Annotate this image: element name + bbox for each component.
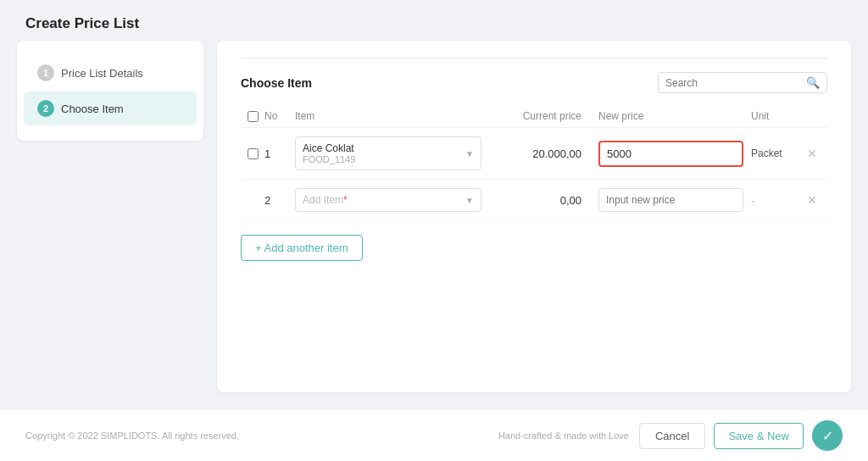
items-table: No Item Current price New price Unit 1	[241, 105, 827, 221]
add-item-label: + Add another item	[255, 242, 348, 254]
sidebar-label-1: Price List Details	[61, 67, 143, 80]
sidebar: 1 Price List Details 2 Choose Item	[17, 41, 203, 141]
row2-remove-cell[interactable]: ✕	[802, 192, 827, 208]
row1-item-info: Aice Coklat FOOD_1149	[303, 142, 457, 164]
row1-new-price-input[interactable]	[598, 141, 743, 167]
row1-new-price-cell[interactable]	[598, 141, 751, 167]
form-panel: Choose Item 🔍 No Item Current price New …	[217, 41, 851, 392]
section-title: Choose Item	[241, 76, 312, 90]
search-icon: 🔍	[806, 76, 820, 89]
header-new-price: New price	[598, 110, 751, 122]
row1-chevron-icon: ▼	[465, 149, 474, 158]
search-box[interactable]: 🔍	[658, 72, 827, 93]
row1-current-price: 20.000,00	[481, 147, 598, 160]
row2-remove-button[interactable]: ✕	[802, 192, 822, 208]
row1-unit: Packet	[751, 147, 802, 159]
table-row: 2 Add Item* ▼ 0,00 -	[241, 180, 827, 221]
cancel-button[interactable]: Cancel	[639, 423, 705, 449]
sidebar-item-choose-item[interactable]: 2 Choose Item	[24, 92, 197, 125]
footer-right: Hand-crafted & made with Love Cancel Sav…	[498, 420, 843, 451]
row2-unit: -	[751, 194, 802, 207]
row2-new-price-input[interactable]	[598, 188, 743, 212]
row1-remove-button[interactable]: ✕	[802, 145, 822, 162]
row2-current-price: 0,00	[481, 194, 598, 207]
row1-item-select-wrapper[interactable]: Aice Coklat FOOD_1149 ▼	[295, 136, 481, 170]
section-header: Choose Item 🔍	[241, 72, 827, 93]
search-input[interactable]	[665, 77, 801, 89]
footer: Copyright © 2022 SIMPLIDOTS. All rights …	[0, 409, 868, 461]
copyright-text: Copyright © 2022 SIMPLIDOTS. All rights …	[25, 430, 239, 441]
save-new-button[interactable]: Save & New	[714, 423, 804, 449]
row2-chevron-icon: ▼	[465, 196, 474, 205]
green-button-icon: ✓	[822, 428, 833, 444]
row2-item-select-wrapper[interactable]: Add Item* ▼	[295, 188, 481, 212]
table-header: No Item Current price New price Unit	[241, 105, 827, 128]
row1-item-name: Aice Coklat	[303, 142, 457, 154]
row2-no: 2	[264, 194, 295, 207]
row1-checkbox-cell	[241, 148, 264, 159]
green-action-button[interactable]: ✓	[812, 420, 843, 451]
row1-item-select[interactable]: Aice Coklat FOOD_1149 ▼	[295, 136, 481, 170]
footer-actions: Cancel Save & New ✓	[639, 420, 843, 451]
row1-remove-cell[interactable]: ✕	[802, 145, 827, 162]
row2-new-price-cell[interactable]	[598, 188, 751, 212]
header-unit: Unit	[751, 110, 802, 122]
row1-item-code: FOOD_1149	[303, 154, 457, 164]
step-number-1: 1	[37, 64, 54, 81]
header-item: Item	[295, 110, 481, 122]
header-current-price: Current price	[481, 110, 598, 122]
sidebar-label-2: Choose Item	[61, 103, 124, 115]
page-title: Create Price List	[0, 0, 868, 41]
section-divider	[241, 58, 827, 58]
footer-brand: Hand-crafted & made with Love	[498, 430, 629, 441]
header-no: No	[264, 110, 295, 122]
row2-item-placeholder: Add Item*	[303, 194, 457, 206]
row1-no: 1	[264, 147, 295, 160]
row1-checkbox[interactable]	[248, 148, 259, 159]
step-number-2: 2	[37, 100, 54, 117]
row2-add-item-label: Add Item*	[303, 194, 457, 206]
table-row: 1 Aice Coklat FOOD_1149 ▼ 20.000,00	[241, 128, 827, 180]
add-another-item-button[interactable]: + Add another item	[241, 235, 363, 261]
sidebar-item-price-list-details[interactable]: 1 Price List Details	[24, 56, 197, 90]
row2-item-select[interactable]: Add Item* ▼	[295, 188, 481, 212]
select-all-checkbox[interactable]	[248, 111, 259, 122]
header-checkbox-cell	[241, 111, 264, 122]
